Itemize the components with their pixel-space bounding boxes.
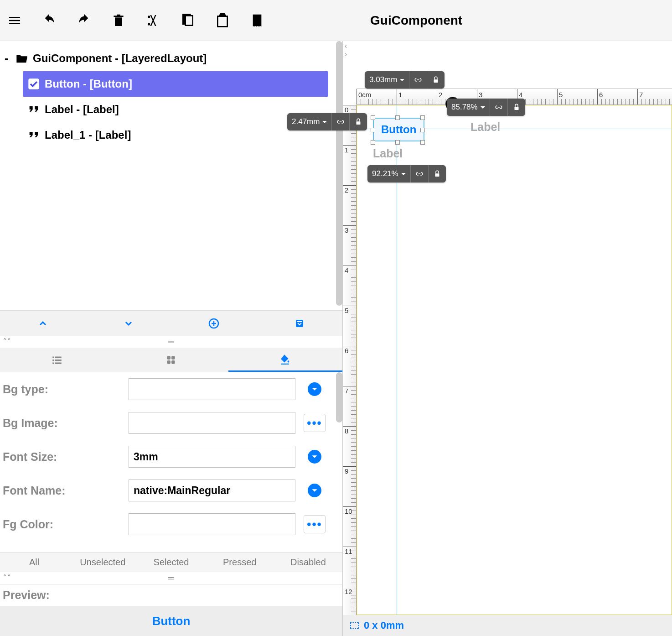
tab-list[interactable]	[0, 348, 114, 372]
property-tabs	[0, 348, 342, 372]
lock-button[interactable]	[427, 71, 445, 89]
tree-item-label1[interactable]: Label - [Label]	[23, 97, 328, 122]
list-icon	[51, 354, 63, 366]
paste-button[interactable]	[213, 11, 232, 30]
resize-handle[interactable]	[420, 140, 425, 145]
resize-handle[interactable]	[371, 115, 375, 120]
lock-button[interactable]	[350, 113, 367, 130]
svg-rect-9	[357, 121, 361, 125]
lock-button[interactable]	[508, 99, 525, 116]
fontsize-dropdown[interactable]	[304, 448, 326, 465]
move-up-button[interactable]	[0, 311, 86, 336]
archive-button[interactable]	[257, 311, 342, 336]
constraint-top-value[interactable]: 3.03mm	[365, 71, 409, 89]
lock-icon	[354, 118, 362, 126]
bgimage-browse[interactable]: •••	[304, 414, 326, 432]
add-button[interactable]	[171, 311, 257, 336]
constraint-left[interactable]: 2.47mm	[287, 113, 367, 130]
tab-pressed[interactable]: Pressed	[206, 553, 274, 572]
bgtype-input[interactable]	[129, 378, 295, 400]
link-button[interactable]	[490, 99, 508, 116]
receipt-button[interactable]	[248, 11, 266, 30]
tree-scrollbar[interactable]	[336, 41, 342, 306]
menu-button[interactable]	[5, 11, 24, 30]
lock-button[interactable]	[429, 165, 446, 182]
collapse-icon[interactable]: -	[5, 52, 8, 65]
state-tabs: All Unselected Selected Pressed Disabled	[0, 552, 342, 572]
constraint-left-value[interactable]: 2.47mm	[287, 113, 332, 130]
tree-root[interactable]: - GuiComponent - [LayeredLayout]	[0, 46, 342, 71]
fgcolor-input[interactable]	[129, 513, 295, 535]
constraint-bottom-value[interactable]: 92.21%	[367, 165, 411, 182]
panel-drag-handle[interactable]: ˄˅═	[0, 336, 342, 348]
fontname-dropdown[interactable]	[304, 482, 326, 499]
canvas-label1-widget[interactable]: Label	[470, 120, 500, 134]
main-toolbar: GuiComponent	[0, 0, 672, 41]
fgcolor-browse[interactable]: •••	[304, 515, 326, 533]
resize-handle[interactable]	[395, 140, 400, 145]
copy-button[interactable]	[179, 11, 197, 30]
canvas-nav-arrows[interactable]: ‹›	[345, 42, 347, 58]
resize-handle[interactable]	[420, 115, 425, 120]
svg-rect-11	[435, 173, 439, 177]
resize-handle[interactable]	[420, 128, 425, 132]
canvas-label2-widget[interactable]: Label	[373, 147, 403, 160]
prop-label: Font Name:	[3, 484, 129, 497]
undo-icon	[42, 13, 57, 28]
resize-handle[interactable]	[395, 115, 400, 120]
constraint-bottom[interactable]: 92.21%	[367, 165, 446, 182]
delete-button[interactable]	[109, 11, 128, 30]
link-button[interactable]	[411, 165, 429, 182]
svg-rect-4	[167, 356, 171, 360]
resize-handle[interactable]	[371, 128, 375, 132]
ruler-vertical[interactable]: 012345678910111213	[343, 105, 357, 615]
tree-item-label: Label_1 - [Label]	[45, 129, 131, 141]
tab-disabled[interactable]: Disabled	[274, 553, 342, 572]
status-bar: 0 x 0mm	[343, 615, 672, 636]
panel-drag-handle-2[interactable]: ˄˅═	[0, 572, 342, 584]
constraint-right-value[interactable]: 85.78%	[447, 99, 490, 116]
tab-selected[interactable]: Selected	[137, 553, 205, 572]
hamburger-icon	[7, 13, 22, 28]
bgimage-input[interactable]	[129, 412, 295, 434]
chevron-up-icon	[37, 318, 48, 329]
paint-bucket-icon	[279, 353, 291, 365]
canvas-button-widget[interactable]: Button	[373, 118, 424, 141]
component-tree[interactable]: - GuiComponent - [LayeredLayout] Button …	[0, 41, 342, 310]
link-button[interactable]	[332, 113, 350, 130]
redo-button[interactable]	[75, 11, 93, 30]
bgtype-dropdown[interactable]	[304, 381, 326, 398]
resize-handle[interactable]	[371, 140, 375, 145]
tree-item-button[interactable]: Button - [Button]	[23, 71, 328, 97]
tab-all[interactable]: All	[0, 553, 68, 572]
preview-label: Preview:	[0, 584, 342, 606]
link-icon	[415, 170, 424, 178]
constraint-top[interactable]: 3.03mm	[365, 71, 445, 89]
link-icon	[414, 76, 422, 84]
properties-panel: Bg type: Bg Image: ••• Font Size: Font N…	[0, 372, 342, 552]
lock-icon	[432, 76, 440, 84]
constraint-right[interactable]: 85.78%	[447, 99, 525, 116]
prop-row-fontsize: Font Size:	[0, 440, 342, 474]
prop-row-fontname: Font Name:	[0, 474, 342, 507]
link-button[interactable]	[409, 71, 427, 89]
tab-grid[interactable]	[114, 348, 228, 372]
svg-rect-10	[514, 107, 518, 110]
svg-rect-5	[172, 356, 176, 360]
tab-unselected[interactable]: Unselected	[68, 553, 137, 572]
undo-button[interactable]	[40, 11, 58, 30]
tab-paint[interactable]	[228, 348, 342, 372]
tree-item-label2[interactable]: Label_1 - [Label]	[23, 122, 328, 148]
props-scrollbar[interactable]	[336, 372, 342, 422]
fontsize-input[interactable]	[129, 446, 295, 468]
folder-open-icon	[16, 52, 28, 65]
cut-button[interactable]	[144, 11, 162, 30]
fontname-input[interactable]	[129, 480, 295, 501]
tree-mini-toolbar	[0, 310, 342, 336]
clipboard-icon	[215, 13, 230, 28]
lock-icon	[433, 170, 441, 178]
move-down-button[interactable]	[86, 311, 171, 336]
lock-icon	[512, 103, 521, 111]
quote-icon	[27, 129, 40, 141]
svg-rect-6	[167, 360, 171, 364]
